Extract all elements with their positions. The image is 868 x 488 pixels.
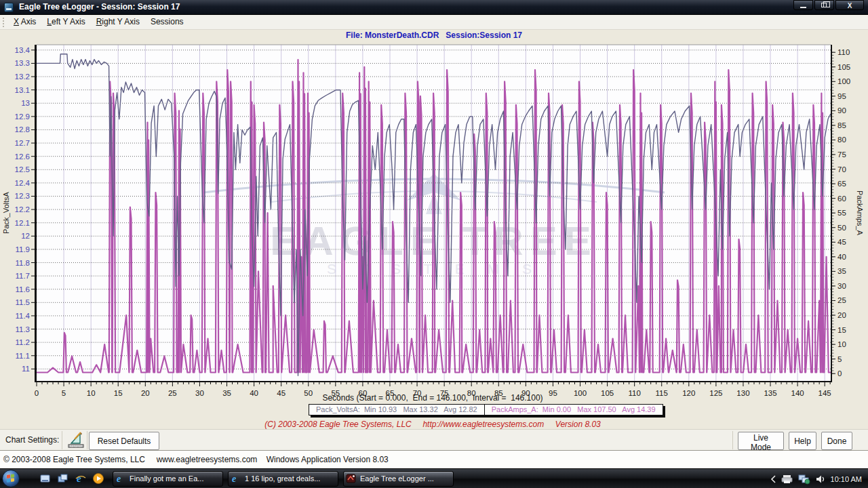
svg-text:12.2: 12.2 (15, 205, 30, 214)
svg-text:11: 11 (22, 365, 30, 373)
taskbar-task-browser-2[interactable]: 1 16 lipo, great deals... (228, 471, 338, 487)
chart-settings-label: Chart Settings: (5, 435, 59, 445)
taskbar-clock[interactable]: 10:10 AM (831, 475, 862, 483)
svg-text:e: e (77, 473, 81, 484)
svg-text:75: 75 (837, 150, 846, 159)
menu-right-y-axis[interactable]: Right Y Axis (91, 15, 145, 30)
svg-text:13.3: 13.3 (15, 59, 30, 67)
menu-sessions[interactable]: Sessions (145, 15, 189, 30)
svg-text:65: 65 (837, 180, 846, 188)
done-button[interactable]: Done (821, 432, 852, 450)
svg-text:11.2: 11.2 (15, 338, 30, 346)
svg-text:105: 105 (837, 63, 850, 71)
menu-x-axis[interactable]: X Axis (8, 15, 41, 30)
stats-bar: Pack_VoltsA: Min 10.93 Max 13.32 Avg 12.… (309, 404, 663, 415)
title-bar: Eagle Tree eLogger - Session: Session 17… (0, 0, 868, 15)
taskbar: e Finally got me an Ea... e 1 16 lipo, g… (0, 468, 868, 488)
status-bar: © 2003-2008 Eagle Tree Systems, LLC www.… (0, 450, 868, 468)
volts-stats: Pack_VoltsA: Min 10.93 Max 13.32 Avg 12.… (309, 405, 485, 415)
internet-explorer-icon: e (115, 473, 126, 484)
svg-text:12.1: 12.1 (15, 219, 30, 227)
copyright-line: (C) 2003-2008 Eagle Tree Systems, LLC ht… (0, 420, 865, 429)
svg-text:12.7: 12.7 (15, 139, 30, 147)
svg-text:10: 10 (837, 340, 846, 348)
svg-text:0: 0 (837, 369, 842, 378)
svg-text:110: 110 (837, 48, 850, 56)
close-icon: X (836, 1, 863, 10)
close-button[interactable]: X (835, 0, 864, 10)
svg-text:12.9: 12.9 (15, 113, 30, 121)
svg-text:20: 20 (837, 311, 846, 319)
svg-text:90: 90 (837, 106, 846, 115)
svg-text:35: 35 (837, 267, 846, 275)
svg-text:11.5: 11.5 (15, 298, 30, 306)
menu-bar: X Axis Left Y Axis Right Y Axis Sessions (0, 15, 868, 30)
svg-text:12: 12 (21, 232, 30, 240)
restore-icon (821, 3, 827, 7)
svg-text:11.3: 11.3 (15, 325, 30, 333)
taskbar-task-browser-1[interactable]: Finally got me an Ea... (113, 471, 223, 487)
taskbar-task-elogger[interactable]: Eagle Tree eLogger ... (343, 471, 454, 487)
screen: Eagle Tree eLogger - Session: Session 17… (0, 0, 868, 488)
show-desktop-icon[interactable] (39, 472, 52, 485)
svg-text:100: 100 (837, 77, 850, 85)
svg-text:13.2: 13.2 (15, 73, 30, 81)
window-title: Eagle Tree eLogger - Session: Session 17 (19, 2, 180, 12)
svg-text:50: 50 (837, 224, 846, 232)
help-button[interactable]: Help (789, 432, 816, 450)
svg-text:12.5: 12.5 (15, 165, 30, 174)
svg-text:25: 25 (837, 296, 846, 304)
x-axis-title: Seconds (Start = 0.000, End = 146.100, I… (0, 393, 865, 403)
tray-expand-icon[interactable] (770, 474, 776, 484)
toolbar-separator (732, 431, 733, 449)
file-session-header: File: MonsterDeath.CDR Session:Session 1… (0, 30, 868, 40)
live-mode-button[interactable]: Live Mode (738, 432, 784, 450)
app-icon (4, 3, 14, 12)
amps-stats: PackAmps_A: Min 0.00 Max 107.50 Avg 14.3… (485, 405, 663, 415)
printer-icon[interactable] (781, 474, 793, 485)
minimize-button[interactable] (793, 0, 813, 10)
svg-text:5: 5 (837, 355, 842, 363)
svg-text:e: e (232, 474, 236, 484)
svg-text:PackAmps_A: PackAmps_A (856, 190, 864, 236)
network-icon[interactable] (798, 474, 810, 485)
svg-text:Pack_VoltsA: Pack_VoltsA (2, 191, 10, 233)
switch-windows-icon[interactable] (57, 472, 69, 485)
svg-text:15: 15 (837, 326, 846, 334)
chart-canvas[interactable]: EAGLE TREES Y S T E M S13.413.313.213.11… (0, 30, 868, 396)
svg-text:11.1: 11.1 (15, 352, 30, 360)
chart-settings-toolbar: Chart Settings: Reset Defaults Live Mode… (0, 429, 868, 450)
svg-text:e: e (117, 474, 121, 484)
svg-text:70: 70 (837, 165, 846, 174)
svg-text:95: 95 (837, 92, 846, 100)
svg-text:80: 80 (837, 136, 846, 144)
svg-text:12.6: 12.6 (15, 152, 30, 161)
media-player-icon[interactable] (92, 472, 104, 485)
svg-text:55: 55 (837, 209, 846, 217)
svg-text:13: 13 (21, 99, 30, 107)
svg-text:85: 85 (837, 121, 846, 129)
toolbar-separator (62, 431, 62, 449)
menu-left-y-axis[interactable]: Left Y Axis (41, 15, 90, 30)
minimize-icon (800, 7, 806, 8)
svg-text:11.4: 11.4 (15, 312, 30, 320)
svg-text:12.4: 12.4 (15, 179, 31, 187)
start-button[interactable] (2, 470, 20, 487)
svg-text:11.7: 11.7 (15, 272, 30, 280)
svg-text:12.3: 12.3 (15, 192, 30, 200)
svg-text:13.4: 13.4 (15, 46, 31, 54)
windows-logo-icon (7, 474, 15, 483)
svg-text:11.6: 11.6 (15, 285, 30, 293)
svg-text:11.8: 11.8 (15, 259, 30, 267)
svg-text:13.1: 13.1 (15, 86, 30, 94)
svg-text:60: 60 (837, 195, 846, 203)
toolbar-separator (87, 431, 87, 449)
svg-text:30: 30 (837, 282, 846, 290)
restore-button[interactable] (814, 0, 834, 10)
volume-icon[interactable] (815, 474, 826, 485)
internet-explorer-icon: e (231, 473, 241, 484)
system-tray: 10:10 AM (770, 469, 868, 488)
internet-explorer-icon[interactable]: e (75, 472, 87, 485)
chart-settings-icon[interactable] (66, 432, 86, 449)
reset-defaults-button[interactable]: Reset Defaults (89, 432, 159, 450)
